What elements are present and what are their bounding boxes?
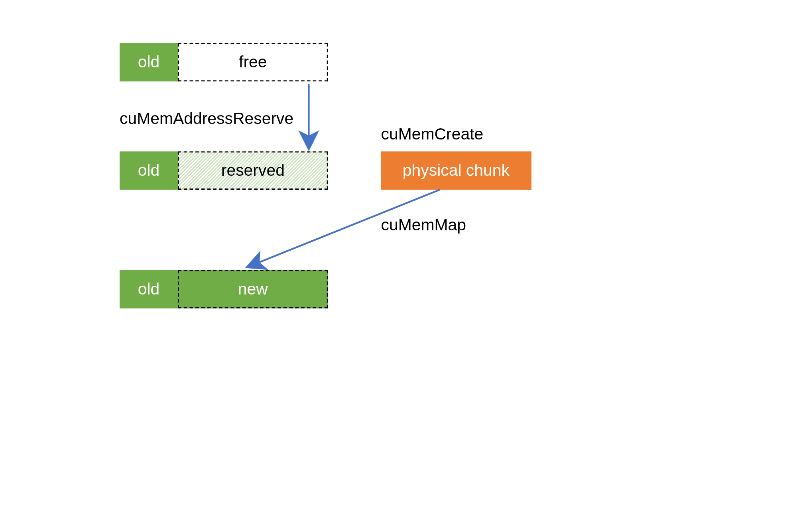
create-label: cuMemCreate <box>381 125 484 144</box>
row2-reserved-box: reserved <box>178 151 328 190</box>
reserve-label: cuMemAddressReserve <box>120 109 293 128</box>
svg-line-1 <box>255 190 440 264</box>
row1-old-box: old <box>120 43 178 81</box>
row1-free-box: free <box>178 43 328 81</box>
arrow-reserve <box>306 84 312 148</box>
row2-reserved-label: reserved <box>221 161 285 180</box>
row3-new-box: new <box>178 270 328 308</box>
physical-chunk-label: physical chunk <box>403 161 510 180</box>
row2-old-box: old <box>120 151 178 190</box>
row1-free-label: free <box>239 53 267 72</box>
physical-chunk-box: physical chunk <box>381 151 531 190</box>
row3-new-label: new <box>238 280 268 298</box>
row1-old-label: old <box>138 53 160 72</box>
row2-old-label: old <box>138 161 160 180</box>
row3-old-label: old <box>138 280 160 298</box>
row3-old-box: old <box>120 270 178 308</box>
arrow-map <box>248 190 445 271</box>
